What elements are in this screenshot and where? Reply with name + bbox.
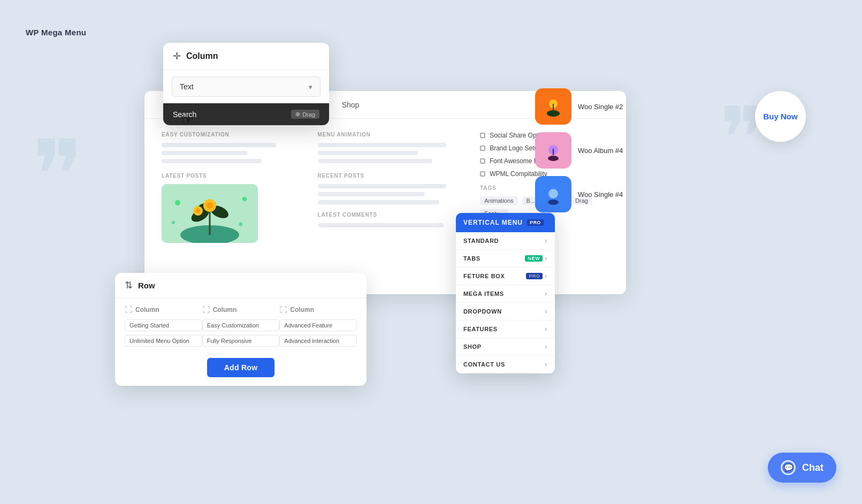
ma-line-1 (318, 143, 447, 147)
vm-item-standard[interactable]: STANDARD › (456, 232, 555, 250)
option-brand-label: Brand Logo Setup (490, 144, 541, 152)
dot-social (480, 133, 485, 138)
vm-label-megaitems: MEGA ITEMS (463, 291, 504, 297)
vm-arrow-dropdown: › (545, 308, 547, 315)
pro-badge: PRO (527, 219, 544, 226)
row-col-item-3-1: Advanced interaction (279, 335, 357, 347)
col-left: EASY CUSTOMIZATION LATEST POSTS (162, 132, 305, 281)
chat-label: Chat (802, 462, 823, 474)
vertical-menu-header: VERTICAL MENU PRO (456, 213, 555, 232)
vm-item-features[interactable]: FEATURES › (456, 320, 555, 338)
vm-arrow-features: › (545, 325, 547, 333)
vm-label-standard: STANDARD (463, 238, 499, 244)
row-col-header-3: ⛶ Column (279, 306, 357, 314)
column-panel-header: ✛ Column (163, 43, 329, 70)
nav-item-shop[interactable]: Shop (342, 98, 360, 111)
text-dropdown[interactable]: Text ▾ (172, 77, 321, 97)
vm-item-dropdown[interactable]: DROPDOWN › (456, 303, 555, 320)
recent-posts-label: RECENT POSTS (318, 173, 461, 179)
drag-label: Drag (302, 111, 315, 118)
vm-label-feturebox: FETURE BOX (463, 273, 505, 279)
dot-brand (480, 146, 485, 151)
line-2 (162, 151, 248, 155)
vm-arrow-tabs: › (545, 255, 547, 262)
ma-line-3 (318, 159, 432, 163)
vm-arrow-megaitems: › (545, 290, 547, 297)
row-col-header-1: ⛶ Column (125, 306, 202, 314)
row-col-2: ⛶ Column Easy Customization Fully Respon… (202, 306, 280, 350)
svg-point-21 (548, 156, 559, 161)
vm-arrow-shop: › (545, 343, 547, 350)
product-thumb-1 (535, 88, 571, 125)
row-col-item-1-1: Unlimited Menu Option (125, 335, 202, 347)
svg-point-16 (547, 110, 560, 117)
vm-label-features: FEATURES (463, 326, 498, 332)
line-3 (162, 159, 262, 163)
search-label: Search (173, 110, 196, 119)
vm-item-megaitems[interactable]: MEGA ITEMS › (456, 285, 555, 303)
product-label-1: Woo Single #2 (578, 103, 623, 111)
product-card-1: Woo Single #2 (535, 88, 623, 125)
row-cols: ⛶ Column Getting Started Unlimited Menu … (115, 298, 367, 358)
row-col-item-3-0: Advanced Feature (279, 319, 357, 331)
vm-arrow-contactus: › (545, 361, 547, 368)
rp-3 (318, 200, 439, 204)
dot-wpml (480, 171, 485, 177)
row-panel-header: ⇅ Row (115, 273, 367, 298)
tag-animations: Animations (480, 196, 517, 205)
chat-icon (781, 460, 796, 475)
lc-1 (318, 223, 444, 227)
latest-comments-label: LATEST COMMENTS (318, 212, 461, 218)
latest-posts-label: LATEST POSTS (162, 173, 305, 179)
vm-right-feturebox: PRO › (526, 272, 547, 280)
vm-label-tabs: TABS (463, 255, 480, 262)
row-col-item-1-0: Getting Started (125, 319, 202, 331)
svg-point-24 (548, 200, 559, 205)
column-title: Column (186, 51, 218, 61)
product-thumb-3 (535, 176, 571, 212)
product-label-2: Woo Album #4 (578, 147, 623, 155)
move-icon[interactable]: ✛ (173, 50, 181, 62)
row-col-item-2-0: Easy Customization (202, 319, 280, 331)
vm-item-tabs[interactable]: TABS NEW › (456, 250, 555, 268)
vm-right-tabs: NEW › (525, 255, 547, 262)
svg-point-5 (172, 221, 175, 224)
line-1 (162, 143, 276, 147)
search-row[interactable]: Search ⊕ Drag (163, 103, 329, 125)
row-col-header-2: ⛶ Column (202, 306, 280, 314)
ma-line-2 (318, 151, 418, 155)
product-cards: Woo Single #2 Woo Album #4 Woo Single #4 (535, 88, 623, 212)
dot-font (480, 158, 485, 164)
expand-icon-2: ⛶ (202, 306, 210, 314)
text-dropdown-value: Text (180, 82, 194, 91)
vm-item-shop[interactable]: SHOP › (456, 338, 555, 356)
menu-animation-label: MENU ANIMATION (318, 132, 461, 138)
vm-arrow-feturebox: › (545, 272, 547, 280)
brand-logo: WP Mega Menu (26, 28, 86, 37)
buy-now-button[interactable]: Buy Now (755, 91, 806, 142)
row-col-label-2: Column (213, 306, 237, 314)
buy-now-label: Buy Now (763, 112, 797, 121)
drag-badge: ⊕ Drag (291, 110, 319, 119)
rp-1 (318, 184, 447, 188)
vm-label-dropdown: DROPDOWN (463, 308, 502, 315)
new-badge: NEW (525, 255, 543, 262)
svg-point-23 (548, 189, 558, 198)
product-label-3: Woo Single #4 (578, 190, 623, 198)
chevron-down-icon: ▾ (309, 83, 312, 91)
vm-label-shop: SHOP (463, 343, 482, 350)
drag-cross-icon: ⊕ (295, 111, 300, 118)
add-row-button[interactable]: Add Row (207, 358, 275, 377)
row-col-item-2-1: Fully Responsive (202, 335, 280, 347)
column-panel: ✛ Column Text ▾ Search ⊕ Drag (163, 43, 329, 125)
row-move-icon[interactable]: ⇅ (125, 279, 133, 291)
row-col-label-1: Column (135, 306, 159, 314)
chat-button[interactable]: Chat (768, 453, 836, 483)
vm-item-feturebox[interactable]: FETURE BOX PRO › (456, 268, 555, 285)
latest-posts-image (162, 184, 258, 243)
row-col-1: ⛶ Column Getting Started Unlimited Menu … (125, 306, 202, 350)
vm-item-contactus[interactable]: CONTACT US › (456, 356, 555, 373)
vertical-menu-panel: VERTICAL MENU PRO STANDARD › TABS NEW › … (456, 213, 555, 373)
svg-point-2 (175, 200, 180, 205)
row-col-label-3: Column (290, 306, 314, 314)
